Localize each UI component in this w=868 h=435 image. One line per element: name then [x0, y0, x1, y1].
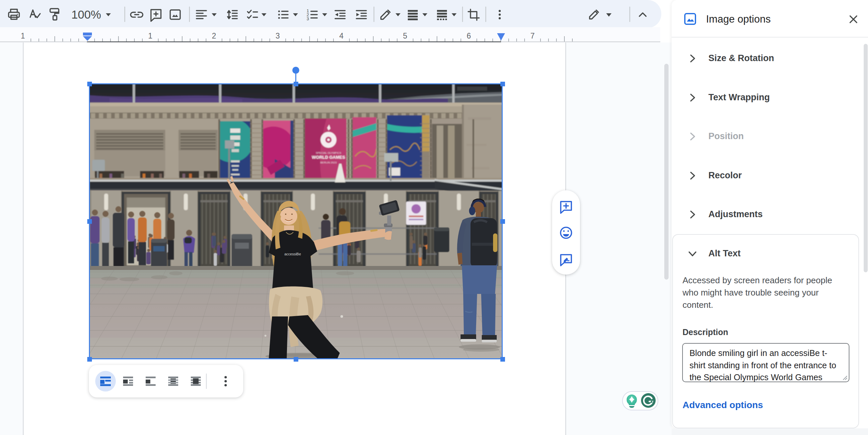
- svg-text:5: 5: [403, 32, 407, 40]
- svg-text:7: 7: [531, 32, 535, 40]
- svg-text:6: 6: [467, 32, 471, 40]
- svg-text:3: 3: [307, 16, 309, 21]
- svg-text:1: 1: [21, 32, 25, 40]
- svg-text:2: 2: [212, 32, 216, 40]
- svg-text:100%: 100%: [71, 8, 101, 21]
- svg-text:3: 3: [276, 32, 280, 40]
- svg-text:4: 4: [339, 32, 344, 40]
- svg-text:1: 1: [148, 32, 153, 40]
